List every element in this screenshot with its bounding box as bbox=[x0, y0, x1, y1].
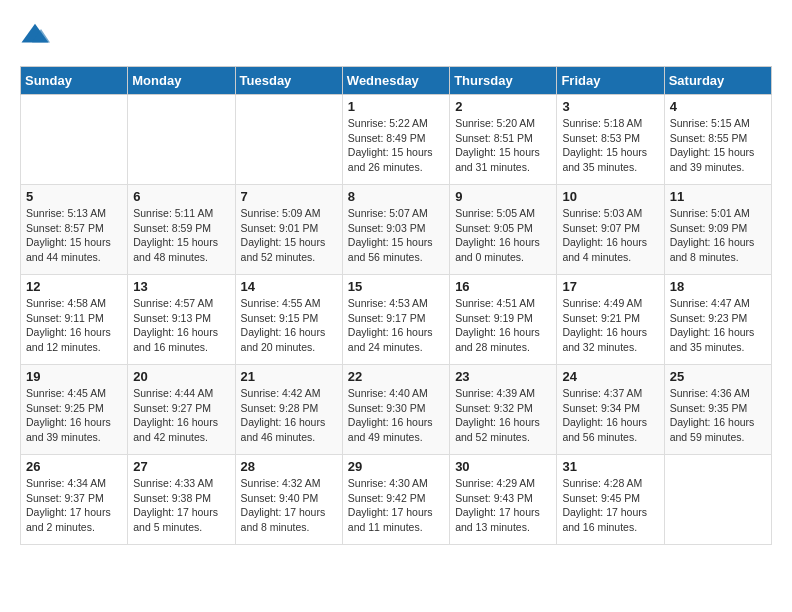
day-number: 3 bbox=[562, 99, 658, 114]
logo bbox=[20, 20, 54, 50]
day-number: 7 bbox=[241, 189, 337, 204]
day-number: 24 bbox=[562, 369, 658, 384]
day-info: Sunrise: 4:30 AMSunset: 9:42 PMDaylight:… bbox=[348, 476, 444, 535]
day-number: 8 bbox=[348, 189, 444, 204]
day-info: Sunrise: 4:28 AMSunset: 9:45 PMDaylight:… bbox=[562, 476, 658, 535]
calendar-cell: 8Sunrise: 5:07 AMSunset: 9:03 PMDaylight… bbox=[342, 185, 449, 275]
calendar-cell: 18Sunrise: 4:47 AMSunset: 9:23 PMDayligh… bbox=[664, 275, 771, 365]
day-number: 25 bbox=[670, 369, 766, 384]
weekday-header-wednesday: Wednesday bbox=[342, 67, 449, 95]
day-info: Sunrise: 5:01 AMSunset: 9:09 PMDaylight:… bbox=[670, 206, 766, 265]
day-number: 27 bbox=[133, 459, 229, 474]
calendar-week-row: 5Sunrise: 5:13 AMSunset: 8:57 PMDaylight… bbox=[21, 185, 772, 275]
calendar-cell: 21Sunrise: 4:42 AMSunset: 9:28 PMDayligh… bbox=[235, 365, 342, 455]
day-number: 10 bbox=[562, 189, 658, 204]
weekday-header-saturday: Saturday bbox=[664, 67, 771, 95]
weekday-header-friday: Friday bbox=[557, 67, 664, 95]
day-number: 31 bbox=[562, 459, 658, 474]
day-number: 4 bbox=[670, 99, 766, 114]
day-number: 18 bbox=[670, 279, 766, 294]
day-number: 16 bbox=[455, 279, 551, 294]
calendar-cell: 9Sunrise: 5:05 AMSunset: 9:05 PMDaylight… bbox=[450, 185, 557, 275]
day-info: Sunrise: 4:49 AMSunset: 9:21 PMDaylight:… bbox=[562, 296, 658, 355]
day-number: 26 bbox=[26, 459, 122, 474]
day-info: Sunrise: 5:03 AMSunset: 9:07 PMDaylight:… bbox=[562, 206, 658, 265]
calendar-cell: 23Sunrise: 4:39 AMSunset: 9:32 PMDayligh… bbox=[450, 365, 557, 455]
day-number: 29 bbox=[348, 459, 444, 474]
day-number: 19 bbox=[26, 369, 122, 384]
calendar-week-row: 1Sunrise: 5:22 AMSunset: 8:49 PMDaylight… bbox=[21, 95, 772, 185]
calendar-cell: 22Sunrise: 4:40 AMSunset: 9:30 PMDayligh… bbox=[342, 365, 449, 455]
calendar-cell: 12Sunrise: 4:58 AMSunset: 9:11 PMDayligh… bbox=[21, 275, 128, 365]
day-info: Sunrise: 4:40 AMSunset: 9:30 PMDaylight:… bbox=[348, 386, 444, 445]
day-info: Sunrise: 4:55 AMSunset: 9:15 PMDaylight:… bbox=[241, 296, 337, 355]
day-number: 23 bbox=[455, 369, 551, 384]
day-number: 9 bbox=[455, 189, 551, 204]
calendar-cell: 13Sunrise: 4:57 AMSunset: 9:13 PMDayligh… bbox=[128, 275, 235, 365]
day-info: Sunrise: 4:44 AMSunset: 9:27 PMDaylight:… bbox=[133, 386, 229, 445]
calendar-cell: 11Sunrise: 5:01 AMSunset: 9:09 PMDayligh… bbox=[664, 185, 771, 275]
calendar-cell: 3Sunrise: 5:18 AMSunset: 8:53 PMDaylight… bbox=[557, 95, 664, 185]
calendar-cell: 15Sunrise: 4:53 AMSunset: 9:17 PMDayligh… bbox=[342, 275, 449, 365]
day-number: 5 bbox=[26, 189, 122, 204]
day-number: 2 bbox=[455, 99, 551, 114]
calendar-cell bbox=[21, 95, 128, 185]
day-info: Sunrise: 5:22 AMSunset: 8:49 PMDaylight:… bbox=[348, 116, 444, 175]
day-info: Sunrise: 4:37 AMSunset: 9:34 PMDaylight:… bbox=[562, 386, 658, 445]
day-info: Sunrise: 5:09 AMSunset: 9:01 PMDaylight:… bbox=[241, 206, 337, 265]
calendar-table: SundayMondayTuesdayWednesdayThursdayFrid… bbox=[20, 66, 772, 545]
day-number: 21 bbox=[241, 369, 337, 384]
page-header bbox=[20, 20, 772, 50]
calendar-cell: 25Sunrise: 4:36 AMSunset: 9:35 PMDayligh… bbox=[664, 365, 771, 455]
day-info: Sunrise: 4:36 AMSunset: 9:35 PMDaylight:… bbox=[670, 386, 766, 445]
calendar-cell: 28Sunrise: 4:32 AMSunset: 9:40 PMDayligh… bbox=[235, 455, 342, 545]
day-info: Sunrise: 5:20 AMSunset: 8:51 PMDaylight:… bbox=[455, 116, 551, 175]
day-number: 17 bbox=[562, 279, 658, 294]
day-number: 13 bbox=[133, 279, 229, 294]
calendar-cell: 6Sunrise: 5:11 AMSunset: 8:59 PMDaylight… bbox=[128, 185, 235, 275]
day-info: Sunrise: 4:51 AMSunset: 9:19 PMDaylight:… bbox=[455, 296, 551, 355]
day-number: 28 bbox=[241, 459, 337, 474]
calendar-cell: 4Sunrise: 5:15 AMSunset: 8:55 PMDaylight… bbox=[664, 95, 771, 185]
logo-icon bbox=[20, 20, 50, 50]
day-info: Sunrise: 4:58 AMSunset: 9:11 PMDaylight:… bbox=[26, 296, 122, 355]
day-info: Sunrise: 4:45 AMSunset: 9:25 PMDaylight:… bbox=[26, 386, 122, 445]
calendar-cell bbox=[235, 95, 342, 185]
calendar-cell: 10Sunrise: 5:03 AMSunset: 9:07 PMDayligh… bbox=[557, 185, 664, 275]
calendar-week-row: 12Sunrise: 4:58 AMSunset: 9:11 PMDayligh… bbox=[21, 275, 772, 365]
day-number: 6 bbox=[133, 189, 229, 204]
day-info: Sunrise: 4:42 AMSunset: 9:28 PMDaylight:… bbox=[241, 386, 337, 445]
calendar-cell: 30Sunrise: 4:29 AMSunset: 9:43 PMDayligh… bbox=[450, 455, 557, 545]
calendar-cell: 29Sunrise: 4:30 AMSunset: 9:42 PMDayligh… bbox=[342, 455, 449, 545]
day-number: 11 bbox=[670, 189, 766, 204]
day-info: Sunrise: 5:05 AMSunset: 9:05 PMDaylight:… bbox=[455, 206, 551, 265]
calendar-cell: 19Sunrise: 4:45 AMSunset: 9:25 PMDayligh… bbox=[21, 365, 128, 455]
calendar-cell: 2Sunrise: 5:20 AMSunset: 8:51 PMDaylight… bbox=[450, 95, 557, 185]
day-info: Sunrise: 4:53 AMSunset: 9:17 PMDaylight:… bbox=[348, 296, 444, 355]
day-info: Sunrise: 4:57 AMSunset: 9:13 PMDaylight:… bbox=[133, 296, 229, 355]
weekday-header-sunday: Sunday bbox=[21, 67, 128, 95]
calendar-cell bbox=[128, 95, 235, 185]
calendar-cell: 5Sunrise: 5:13 AMSunset: 8:57 PMDaylight… bbox=[21, 185, 128, 275]
day-number: 14 bbox=[241, 279, 337, 294]
day-info: Sunrise: 5:11 AMSunset: 8:59 PMDaylight:… bbox=[133, 206, 229, 265]
calendar-cell: 1Sunrise: 5:22 AMSunset: 8:49 PMDaylight… bbox=[342, 95, 449, 185]
day-number: 30 bbox=[455, 459, 551, 474]
day-info: Sunrise: 5:13 AMSunset: 8:57 PMDaylight:… bbox=[26, 206, 122, 265]
weekday-header-thursday: Thursday bbox=[450, 67, 557, 95]
day-info: Sunrise: 5:15 AMSunset: 8:55 PMDaylight:… bbox=[670, 116, 766, 175]
day-info: Sunrise: 4:39 AMSunset: 9:32 PMDaylight:… bbox=[455, 386, 551, 445]
day-number: 22 bbox=[348, 369, 444, 384]
calendar-cell: 20Sunrise: 4:44 AMSunset: 9:27 PMDayligh… bbox=[128, 365, 235, 455]
calendar-cell: 31Sunrise: 4:28 AMSunset: 9:45 PMDayligh… bbox=[557, 455, 664, 545]
weekday-header-monday: Monday bbox=[128, 67, 235, 95]
day-info: Sunrise: 4:33 AMSunset: 9:38 PMDaylight:… bbox=[133, 476, 229, 535]
calendar-cell: 17Sunrise: 4:49 AMSunset: 9:21 PMDayligh… bbox=[557, 275, 664, 365]
weekday-header-row: SundayMondayTuesdayWednesdayThursdayFrid… bbox=[21, 67, 772, 95]
calendar-week-row: 19Sunrise: 4:45 AMSunset: 9:25 PMDayligh… bbox=[21, 365, 772, 455]
day-info: Sunrise: 5:07 AMSunset: 9:03 PMDaylight:… bbox=[348, 206, 444, 265]
calendar-cell: 24Sunrise: 4:37 AMSunset: 9:34 PMDayligh… bbox=[557, 365, 664, 455]
calendar-cell: 26Sunrise: 4:34 AMSunset: 9:37 PMDayligh… bbox=[21, 455, 128, 545]
day-info: Sunrise: 5:18 AMSunset: 8:53 PMDaylight:… bbox=[562, 116, 658, 175]
day-number: 15 bbox=[348, 279, 444, 294]
